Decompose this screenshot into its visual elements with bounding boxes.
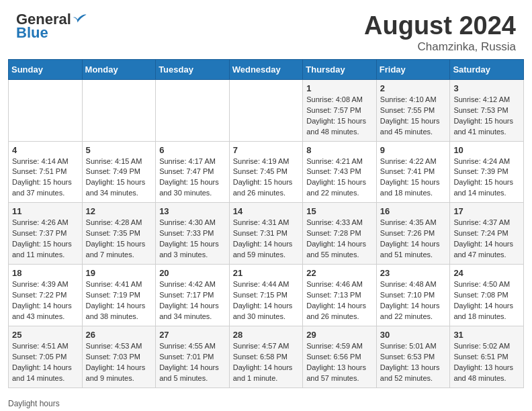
- calendar-header: SundayMondayTuesdayWednesdayThursdayFrid…: [9, 59, 524, 79]
- title-block: August 2024 Chamzinka, Russia: [364, 12, 516, 54]
- calendar-cell: 30Sunrise: 5:01 AMSunset: 6:53 PMDayligh…: [376, 326, 450, 387]
- day-info: Sunrise: 4:31 AMSunset: 7:31 PMDaylight:…: [233, 218, 300, 261]
- day-of-week-header: Sunday: [9, 59, 83, 79]
- calendar-cell: 24Sunrise: 4:50 AMSunset: 7:08 PMDayligh…: [450, 265, 524, 326]
- calendar-cell: [9, 79, 83, 141]
- calendar-cell: 7Sunrise: 4:19 AMSunset: 7:45 PMDaylight…: [229, 141, 303, 203]
- calendar-cell: 23Sunrise: 4:48 AMSunset: 7:10 PMDayligh…: [376, 265, 450, 326]
- calendar-cell: 25Sunrise: 4:51 AMSunset: 7:05 PMDayligh…: [9, 326, 83, 387]
- calendar-cell: 18Sunrise: 4:39 AMSunset: 7:22 PMDayligh…: [9, 265, 83, 326]
- day-info: Sunrise: 4:50 AMSunset: 7:08 PMDaylight:…: [453, 279, 520, 322]
- day-number: 1: [306, 83, 373, 93]
- calendar-week-row: 1Sunrise: 4:08 AMSunset: 7:57 PMDaylight…: [9, 79, 524, 141]
- logo-bird-icon: [73, 12, 87, 27]
- day-info: Sunrise: 4:57 AMSunset: 6:58 PMDaylight:…: [233, 341, 300, 384]
- calendar-cell: 5Sunrise: 4:15 AMSunset: 7:49 PMDaylight…: [82, 141, 156, 203]
- calendar-cell: 29Sunrise: 4:59 AMSunset: 6:56 PMDayligh…: [303, 326, 377, 387]
- day-info: Sunrise: 4:15 AMSunset: 7:49 PMDaylight:…: [86, 156, 152, 199]
- day-info: Sunrise: 4:33 AMSunset: 7:28 PMDaylight:…: [306, 218, 373, 261]
- calendar-cell: 6Sunrise: 4:17 AMSunset: 7:47 PMDaylight…: [156, 141, 230, 203]
- day-number: 15: [306, 206, 373, 216]
- calendar-cell: 31Sunrise: 5:02 AMSunset: 6:51 PMDayligh…: [450, 326, 524, 387]
- month-year: August 2024: [364, 12, 516, 40]
- day-number: 18: [12, 268, 79, 278]
- calendar-body: 1Sunrise: 4:08 AMSunset: 7:57 PMDaylight…: [9, 79, 524, 387]
- day-number: 26: [86, 330, 152, 340]
- day-number: 5: [86, 145, 152, 155]
- calendar-cell: 20Sunrise: 4:42 AMSunset: 7:17 PMDayligh…: [156, 265, 230, 326]
- day-number: 13: [159, 206, 226, 216]
- calendar-cell: 15Sunrise: 4:33 AMSunset: 7:28 PMDayligh…: [303, 203, 377, 265]
- calendar-cell: 17Sunrise: 4:37 AMSunset: 7:24 PMDayligh…: [450, 203, 524, 265]
- day-info: Sunrise: 4:28 AMSunset: 7:35 PMDaylight:…: [86, 218, 152, 261]
- calendar-week-row: 4Sunrise: 4:14 AMSunset: 7:51 PMDaylight…: [9, 141, 524, 203]
- calendar-week-row: 18Sunrise: 4:39 AMSunset: 7:22 PMDayligh…: [9, 265, 524, 326]
- day-info: Sunrise: 4:14 AMSunset: 7:51 PMDaylight:…: [12, 156, 79, 199]
- logo: General Blue: [16, 12, 87, 42]
- calendar-week-row: 25Sunrise: 4:51 AMSunset: 7:05 PMDayligh…: [9, 326, 524, 387]
- day-number: 29: [306, 330, 373, 340]
- logo-blue-text: Blue: [16, 24, 48, 42]
- day-info: Sunrise: 4:30 AMSunset: 7:33 PMDaylight:…: [159, 218, 226, 261]
- calendar-cell: 1Sunrise: 4:08 AMSunset: 7:57 PMDaylight…: [303, 79, 377, 141]
- calendar-cell: 26Sunrise: 4:53 AMSunset: 7:03 PMDayligh…: [82, 326, 156, 387]
- day-number: 24: [453, 268, 520, 278]
- location: Chamzinka, Russia: [364, 40, 516, 54]
- day-info: Sunrise: 4:37 AMSunset: 7:24 PMDaylight:…: [453, 218, 520, 261]
- day-number: 27: [159, 330, 226, 340]
- calendar-cell: 2Sunrise: 4:10 AMSunset: 7:55 PMDaylight…: [376, 79, 450, 141]
- day-info: Sunrise: 4:19 AMSunset: 7:45 PMDaylight:…: [233, 156, 300, 199]
- day-number: 6: [159, 145, 226, 155]
- calendar-container: SundayMondayTuesdayWednesdayThursdayFrid…: [0, 59, 532, 396]
- day-info: Sunrise: 4:39 AMSunset: 7:22 PMDaylight:…: [12, 279, 79, 322]
- day-info: Sunrise: 4:26 AMSunset: 7:37 PMDaylight:…: [12, 218, 79, 261]
- calendar-cell: 10Sunrise: 4:24 AMSunset: 7:39 PMDayligh…: [450, 141, 524, 203]
- day-number: 21: [233, 268, 300, 278]
- calendar-cell: 27Sunrise: 4:55 AMSunset: 7:01 PMDayligh…: [156, 326, 230, 387]
- day-info: Sunrise: 4:53 AMSunset: 7:03 PMDaylight:…: [86, 341, 152, 384]
- day-number: 30: [380, 330, 447, 340]
- day-info: Sunrise: 4:55 AMSunset: 7:01 PMDaylight:…: [159, 341, 226, 384]
- calendar-cell: 13Sunrise: 4:30 AMSunset: 7:33 PMDayligh…: [156, 203, 230, 265]
- day-number: 19: [86, 268, 152, 278]
- day-info: Sunrise: 4:59 AMSunset: 6:56 PMDaylight:…: [306, 341, 373, 384]
- day-info: Sunrise: 5:02 AMSunset: 6:51 PMDaylight:…: [453, 341, 520, 384]
- day-info: Sunrise: 4:22 AMSunset: 7:41 PMDaylight:…: [380, 156, 447, 199]
- header-row: SundayMondayTuesdayWednesdayThursdayFrid…: [9, 59, 524, 79]
- day-number: 23: [380, 268, 447, 278]
- day-number: 17: [453, 206, 520, 216]
- day-number: 10: [453, 145, 520, 155]
- calendar-cell: 4Sunrise: 4:14 AMSunset: 7:51 PMDaylight…: [9, 141, 83, 203]
- day-of-week-header: Wednesday: [229, 59, 303, 79]
- calendar-cell: 16Sunrise: 4:35 AMSunset: 7:26 PMDayligh…: [376, 203, 450, 265]
- day-number: 2: [380, 83, 447, 93]
- day-number: 7: [233, 145, 300, 155]
- day-number: 22: [306, 268, 373, 278]
- day-info: Sunrise: 4:42 AMSunset: 7:17 PMDaylight:…: [159, 279, 226, 322]
- calendar-cell: [229, 79, 303, 141]
- day-number: 8: [306, 145, 373, 155]
- calendar-cell: 21Sunrise: 4:44 AMSunset: 7:15 PMDayligh…: [229, 265, 303, 326]
- day-number: 28: [233, 330, 300, 340]
- calendar-cell: 22Sunrise: 4:46 AMSunset: 7:13 PMDayligh…: [303, 265, 377, 326]
- calendar-cell: 11Sunrise: 4:26 AMSunset: 7:37 PMDayligh…: [9, 203, 83, 265]
- calendar-cell: 19Sunrise: 4:41 AMSunset: 7:19 PMDayligh…: [82, 265, 156, 326]
- daylight-label: Daylight hours: [8, 399, 60, 408]
- calendar-cell: 3Sunrise: 4:12 AMSunset: 7:53 PMDaylight…: [450, 79, 524, 141]
- calendar-cell: 9Sunrise: 4:22 AMSunset: 7:41 PMDaylight…: [376, 141, 450, 203]
- day-number: 25: [12, 330, 79, 340]
- calendar-cell: 14Sunrise: 4:31 AMSunset: 7:31 PMDayligh…: [229, 203, 303, 265]
- day-info: Sunrise: 4:35 AMSunset: 7:26 PMDaylight:…: [380, 218, 447, 261]
- day-of-week-header: Thursday: [303, 59, 377, 79]
- day-info: Sunrise: 4:41 AMSunset: 7:19 PMDaylight:…: [86, 279, 152, 322]
- day-info: Sunrise: 4:21 AMSunset: 7:43 PMDaylight:…: [306, 156, 373, 199]
- day-number: 16: [380, 206, 447, 216]
- calendar-week-row: 11Sunrise: 4:26 AMSunset: 7:37 PMDayligh…: [9, 203, 524, 265]
- day-number: 14: [233, 206, 300, 216]
- calendar-cell: [156, 79, 230, 141]
- day-info: Sunrise: 4:10 AMSunset: 7:55 PMDaylight:…: [380, 95, 447, 138]
- day-number: 3: [453, 83, 520, 93]
- calendar-cell: [82, 79, 156, 141]
- calendar-cell: 12Sunrise: 4:28 AMSunset: 7:35 PMDayligh…: [82, 203, 156, 265]
- day-number: 31: [453, 330, 520, 340]
